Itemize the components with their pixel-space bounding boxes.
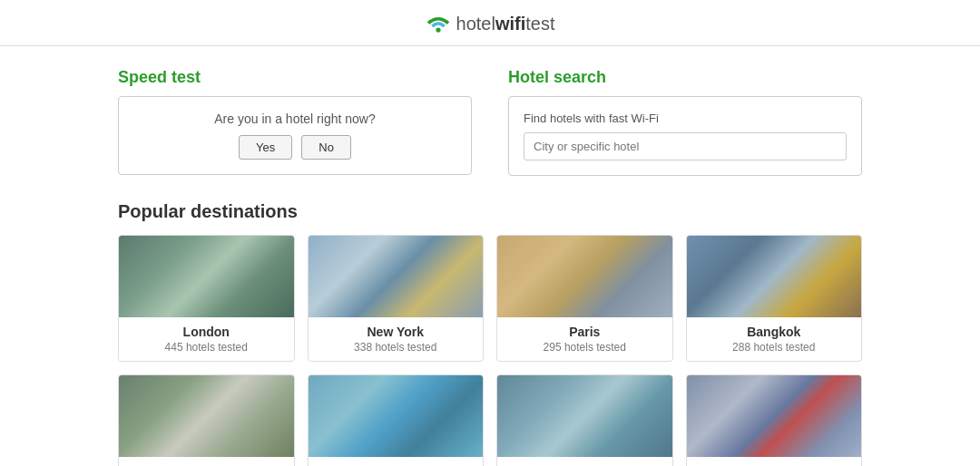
destination-name: Paris <box>506 325 663 339</box>
destination-image <box>687 236 862 317</box>
speed-test-box: Are you in a hotel right now? Yes No <box>118 96 472 175</box>
top-panels: Speed test Are you in a hotel right now?… <box>118 68 862 176</box>
destination-card[interactable]: Berlin269 hotels tested <box>118 374 295 466</box>
destination-name: Bangkok <box>696 325 853 339</box>
speed-test-buttons: Yes No <box>133 135 456 160</box>
destination-card[interactable]: Singapore156 hotels tested <box>496 374 673 466</box>
site-header: hotelwifitest <box>0 0 980 46</box>
hotel-search-box: Find hotels with fast Wi-Fi <box>508 96 862 176</box>
destination-count: 295 hotels tested <box>506 341 663 354</box>
destination-image <box>119 375 294 457</box>
destination-card[interactable]: San Francisco148 hotels tested <box>686 374 863 466</box>
hotel-search-panel: Hotel search Find hotels with fast Wi-Fi <box>508 68 862 176</box>
destination-image <box>309 375 484 457</box>
destination-card[interactable]: Barcelona230 hotels tested <box>308 374 485 466</box>
speed-test-title: Speed test <box>118 68 472 87</box>
main-content: Speed test Are you in a hotel right now?… <box>100 46 880 466</box>
logo-text: hotelwifitest <box>456 14 555 34</box>
destination-count: 445 hotels tested <box>128 341 285 354</box>
destination-count: 288 hotels tested <box>696 341 853 354</box>
destination-image <box>497 375 672 457</box>
destination-image <box>309 236 484 317</box>
yes-button[interactable]: Yes <box>239 135 292 160</box>
destinations-grid: London445 hotels testedNew York338 hotel… <box>118 235 862 466</box>
hotel-search-description: Find hotels with fast Wi-Fi <box>524 112 847 125</box>
logo: hotelwifitest <box>426 11 555 36</box>
hotel-search-title: Hotel search <box>508 68 862 87</box>
destination-name: London <box>128 325 285 339</box>
section-title: Popular destinations <box>118 201 862 222</box>
speed-test-panel: Speed test Are you in a hotel right now?… <box>118 68 472 176</box>
destination-card[interactable]: London445 hotels tested <box>118 235 295 362</box>
destination-card[interactable]: Bangkok288 hotels tested <box>686 235 863 362</box>
destination-card[interactable]: Paris295 hotels tested <box>496 235 673 362</box>
svg-point-0 <box>436 27 440 32</box>
popular-destinations-section: Popular destinations London445 hotels te… <box>118 201 862 466</box>
logo-icon <box>426 11 451 36</box>
destination-name: New York <box>318 325 475 339</box>
no-button[interactable]: No <box>301 135 351 160</box>
destination-card[interactable]: New York338 hotels tested <box>308 235 485 362</box>
destination-count: 338 hotels tested <box>318 341 475 354</box>
speed-test-question: Are you in a hotel right now? <box>133 112 456 126</box>
search-input[interactable] <box>524 132 847 160</box>
destination-image <box>687 375 862 457</box>
destination-image <box>119 236 294 317</box>
destination-image <box>497 236 672 317</box>
